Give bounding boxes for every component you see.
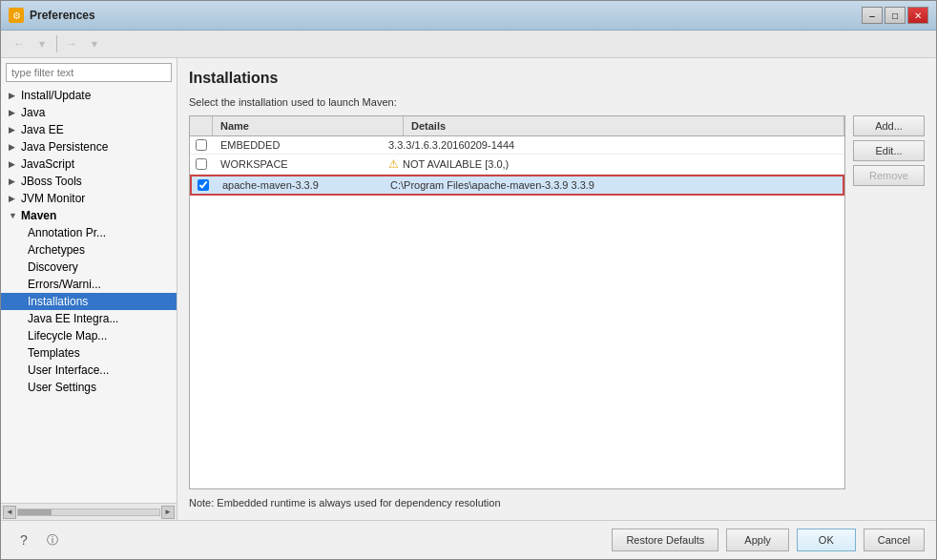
sidebar-item-maven[interactable]: ▼ Maven: [1, 207, 177, 224]
bottom-right-buttons: Restore Defaults Apply OK Cancel: [612, 529, 925, 551]
sidebar-item-errors[interactable]: Errors/Warni...: [1, 276, 177, 293]
row-checkbox[interactable]: [196, 158, 207, 170]
row-name-cell: apache-maven-3.3.9: [215, 176, 383, 194]
row-details-cell: C:\Program Files\apache-maven-3.3.9 3.3.…: [383, 176, 843, 194]
sidebar: ▶ Install/Update ▶ Java ▶ Java EE ▶ Java…: [1, 58, 177, 520]
sidebar-item-label: Java EE Integra...: [28, 312, 118, 325]
checkbox-header: [190, 116, 213, 135]
scroll-thumb: [18, 509, 52, 515]
info-button[interactable]: ⓘ: [41, 529, 64, 551]
edit-button[interactable]: Edit...: [853, 140, 925, 161]
forward-button[interactable]: →: [61, 33, 82, 54]
sidebar-item-label: Maven: [21, 209, 56, 222]
sidebar-item-archetypes[interactable]: Archetypes: [1, 241, 177, 259]
cancel-button[interactable]: Cancel: [864, 529, 925, 551]
arrow-icon: ▶: [9, 194, 18, 203]
row-details-text: NOT AVAILABLE [3.0,): [403, 158, 509, 170]
apply-button[interactable]: Apply: [726, 529, 789, 551]
bottom-left-buttons: ? ⓘ: [12, 529, 64, 551]
maximize-button[interactable]: □: [885, 7, 906, 24]
row-checkbox[interactable]: [198, 179, 209, 191]
sidebar-item-javascript[interactable]: ▶ JavaScript: [1, 156, 177, 173]
arrow-icon: ▶: [9, 176, 18, 186]
titlebar-title: Preferences: [30, 9, 95, 22]
toolbar-separator: [56, 35, 57, 52]
table-row[interactable]: EMBEDDED 3.3.3/1.6.3.20160209-1444: [190, 136, 844, 155]
sidebar-item-label: User Interface...: [28, 363, 109, 377]
scroll-track: [17, 508, 160, 516]
help-button[interactable]: ?: [12, 529, 35, 551]
sidebar-item-user-settings[interactable]: User Settings: [1, 379, 177, 396]
toolbar: ← ▾ → ▾: [1, 31, 936, 58]
row-name-cell: EMBEDDED: [213, 136, 381, 154]
sidebar-item-label: Lifecycle Map...: [28, 329, 107, 342]
sidebar-item-label: User Settings: [28, 381, 96, 394]
row-checkbox[interactable]: [196, 139, 207, 151]
sidebar-item-label: Discovery: [28, 260, 78, 274]
arrow-icon: ▼: [9, 211, 18, 220]
sidebar-item-installations[interactable]: Installations: [1, 293, 177, 310]
sidebar-item-java-ee[interactable]: ▶ Java EE: [1, 121, 177, 138]
row-details-cell: 3.3.3/1.6.3.20160209-1444: [381, 136, 844, 154]
sidebar-item-label: Java: [21, 106, 45, 119]
table-row[interactable]: WORKSPACE ⚠ NOT AVAILABLE [3.0,): [190, 155, 844, 175]
minimize-button[interactable]: –: [862, 7, 883, 24]
table-and-buttons: Name Details EMBEDDED 3.3.3/1.6.3.201602…: [189, 115, 925, 489]
remove-button[interactable]: Remove: [853, 165, 925, 186]
row-checkbox-cell: [190, 156, 213, 173]
note-text: Note: Embedded runtime is always used fo…: [189, 497, 925, 508]
sidebar-item-java[interactable]: ▶ Java: [1, 104, 177, 121]
ok-button[interactable]: OK: [797, 529, 856, 551]
sidebar-item-templates[interactable]: Templates: [1, 344, 177, 362]
arrow-icon: ▶: [9, 91, 18, 100]
sidebar-item-label: Annotation Pr...: [28, 226, 106, 239]
row-checkbox-cell: [190, 136, 213, 154]
details-header: Details: [404, 116, 844, 135]
bottom-bar: ? ⓘ Restore Defaults Apply OK Cancel: [1, 520, 936, 559]
scroll-left-btn[interactable]: ◄: [3, 506, 16, 519]
sidebar-item-label: Java Persistence: [21, 140, 108, 154]
filter-input[interactable]: [6, 63, 172, 82]
sidebar-item-install-update[interactable]: ▶ Install/Update: [1, 87, 177, 104]
titlebar-left: ⚙ Preferences: [9, 8, 95, 23]
sidebar-item-label: JavaScript: [21, 157, 74, 171]
restore-defaults-button[interactable]: Restore Defaults: [612, 529, 718, 551]
row-details-text: 3.3.3/1.6.3.20160209-1444: [388, 139, 514, 151]
back-button[interactable]: ←: [9, 33, 30, 54]
sidebar-item-jboss-tools[interactable]: ▶ JBoss Tools: [1, 173, 177, 190]
arrow-icon: ▶: [9, 159, 18, 169]
forward-dropdown-button[interactable]: ▾: [84, 33, 105, 54]
table-header: Name Details: [190, 116, 844, 136]
preferences-icon: ⚙: [9, 8, 24, 23]
name-header: Name: [213, 116, 404, 135]
table-action-buttons: Add... Edit... Remove: [853, 115, 925, 489]
tree-container: ▶ Install/Update ▶ Java ▶ Java EE ▶ Java…: [1, 87, 177, 503]
sidebar-item-label: JVM Monitor: [21, 192, 85, 205]
arrow-icon: ▶: [9, 142, 18, 152]
content-area: Installations Select the installation us…: [177, 58, 936, 520]
table-row[interactable]: apache-maven-3.3.9 C:\Program Files\apac…: [190, 175, 844, 196]
sidebar-item-annotation[interactable]: Annotation Pr...: [1, 224, 177, 241]
sidebar-item-label: Install/Update: [21, 89, 91, 102]
sidebar-item-user-interface[interactable]: User Interface...: [1, 362, 177, 379]
back-dropdown-button[interactable]: ▾: [31, 33, 52, 54]
row-details-cell: ⚠ NOT AVAILABLE [3.0,): [381, 155, 844, 174]
sidebar-item-discovery[interactable]: Discovery: [1, 259, 177, 276]
add-button[interactable]: Add...: [853, 115, 925, 136]
sidebar-item-java-ee-integra[interactable]: Java EE Integra...: [1, 310, 177, 327]
sidebar-item-jvm-monitor[interactable]: ▶ JVM Monitor: [1, 190, 177, 207]
sidebar-item-label: Java EE: [21, 123, 64, 136]
row-details-text: C:\Program Files\apache-maven-3.3.9 3.3.…: [390, 179, 594, 191]
dialog-buttons: OK Cancel: [797, 529, 925, 551]
sidebar-item-lifecycle[interactable]: Lifecycle Map...: [1, 327, 177, 344]
scroll-right-btn[interactable]: ►: [161, 506, 175, 519]
warning-icon: ⚠: [388, 157, 399, 171]
content-description: Select the installation used to launch M…: [189, 96, 925, 108]
close-button[interactable]: ✕: [907, 7, 928, 24]
row-checkbox-cell: [192, 176, 215, 194]
preferences-dialog: ⚙ Preferences – □ ✕ ← ▾ → ▾ ▶ Install/Up…: [0, 0, 937, 560]
sidebar-item-label: Templates: [28, 346, 80, 360]
sidebar-item-java-persistence[interactable]: ▶ Java Persistence: [1, 138, 177, 156]
main-content: ▶ Install/Update ▶ Java ▶ Java EE ▶ Java…: [1, 58, 936, 520]
sidebar-item-label: Errors/Warni...: [28, 278, 101, 291]
